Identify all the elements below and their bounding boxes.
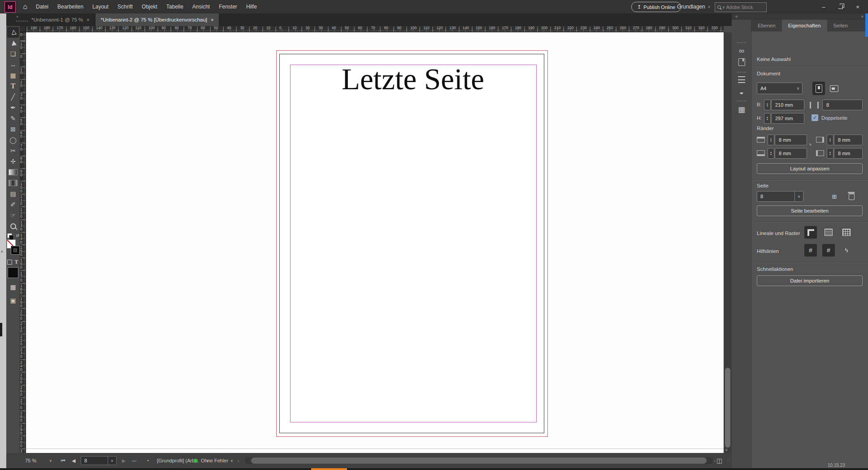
tab-close-icon[interactable]: × — [211, 17, 213, 22]
dock-grip-handle[interactable] — [737, 100, 746, 101]
spread-view-icon[interactable]: ◫ — [716, 457, 722, 464]
pages-panel-icon[interactable] — [732, 58, 751, 66]
document-grid-button[interactable] — [840, 226, 853, 239]
page-count-field[interactable]: 8 — [822, 100, 863, 110]
preflight-icon[interactable]: ◔ — [146, 453, 149, 468]
orientation-landscape-button[interactable] — [828, 82, 840, 95]
show-rulers-button[interactable] — [804, 226, 817, 239]
publish-online-button[interactable]: ↥ Publish Online — [631, 2, 681, 12]
direct-selection-tool[interactable]: ▶ — [7, 38, 19, 48]
margin-inside-stepper[interactable]: ▴▾ — [827, 148, 833, 159]
vertical-ruler[interactable]: 2 01 001 02 03 04 05 06 07 08 09 01 0 01… — [20, 32, 26, 453]
scroll-left-icon[interactable]: ‹ — [238, 453, 239, 468]
panel-tab-eigenschaften[interactable]: Eigenschaften — [782, 20, 827, 31]
gradient-feather-tool[interactable] — [7, 178, 19, 188]
facing-pages-checkbox[interactable]: ✓ — [812, 114, 818, 121]
tab-close-icon[interactable]: × — [87, 17, 89, 22]
page-text-frame[interactable]: Letzte Seite — [290, 62, 536, 96]
default-fill-stroke-icon[interactable] — [7, 233, 12, 238]
edit-page-button[interactable]: Seite bearbeiten — [757, 205, 863, 216]
previous-page-button[interactable]: ◀ — [72, 453, 75, 468]
dock-collapse-left-icon[interactable]: « — [735, 14, 738, 19]
first-page-button[interactable]: ⏮ — [61, 453, 65, 468]
width-stepper[interactable]: ▴▾ — [764, 100, 771, 110]
stroke-panel-icon[interactable] — [732, 76, 751, 83]
menu-fenster[interactable]: Fenster — [214, 4, 242, 10]
pencil-tool[interactable]: ✎ — [7, 113, 19, 124]
menu-hilfe[interactable]: Hilfe — [242, 4, 261, 10]
apply-color-button[interactable] — [8, 267, 18, 278]
width-field[interactable]: 210 mm — [771, 100, 804, 110]
workspace-switcher[interactable]: Grundlagen ∨ — [677, 0, 711, 13]
adjust-layout-button[interactable]: Layout anpassen — [757, 163, 863, 174]
zoom-tool[interactable] — [7, 221, 19, 231]
selection-tool[interactable]: ▷ — [7, 27, 19, 38]
menu-bearbeiten[interactable]: Bearbeiten — [53, 4, 88, 10]
page-number-combo[interactable]: 8 ∨ — [81, 456, 117, 465]
horizontal-scrollbar[interactable] — [245, 457, 713, 464]
show-guides-button[interactable]: # — [804, 244, 817, 257]
vertical-scrollbar-thumb[interactable] — [725, 368, 730, 448]
document-tab[interactable]: *Unbenannt-1 @ 75 %× — [26, 13, 95, 26]
scroll-down-icon[interactable]: ∨ — [725, 448, 728, 452]
next-page-button[interactable]: ▶ — [122, 453, 126, 468]
content-collector-tool[interactable]: ▦ — [7, 70, 19, 81]
error-status[interactable]: Ohne Fehler — [201, 453, 228, 468]
current-page-select[interactable]: 8 ∨ — [757, 191, 803, 202]
margin-top-stepper[interactable]: ▴▾ — [768, 135, 774, 145]
margin-bottom-field[interactable]: 8 mm — [775, 148, 807, 159]
margin-inside-field[interactable]: 8 mm — [834, 148, 863, 159]
orientation-portrait-button[interactable] — [812, 82, 825, 95]
height-stepper[interactable]: ▴▾ — [764, 113, 771, 124]
gradient-swatch-tool[interactable] — [7, 167, 19, 178]
panel-tab-seiten[interactable]: Seiten — [827, 20, 855, 31]
color-panel-icon[interactable]: ◒ — [732, 88, 751, 97]
baseline-grid-button[interactable] — [822, 226, 835, 239]
eyedropper-tool[interactable]: ✐ — [7, 199, 19, 210]
menu-tabelle[interactable]: Tabelle — [162, 4, 188, 10]
page-size-select[interactable]: A4 ∨ — [757, 83, 803, 94]
screen-mode-button[interactable]: ▩ — [7, 282, 19, 292]
zoom-level[interactable]: 75 % — [25, 453, 36, 468]
last-page-button[interactable]: ⏭ — [132, 453, 136, 468]
delete-page-button[interactable] — [846, 191, 857, 202]
lock-guides-button[interactable]: # — [822, 244, 835, 257]
ellipse-tool[interactable]: ◯ — [7, 135, 19, 145]
stroke-swatch[interactable] — [11, 246, 20, 255]
free-transform-tool[interactable]: ✢ — [7, 156, 19, 167]
dock-grip-handle[interactable] — [737, 42, 746, 43]
document-tab[interactable]: *Unbenannt-2 @ 75 % [Überdruckenvorschau… — [95, 13, 220, 26]
menu-schrift[interactable]: Schrift — [113, 4, 137, 10]
swap-fill-stroke-icon[interactable]: ⇄ — [16, 233, 19, 238]
zoom-chevron-icon[interactable]: ∨ — [49, 453, 52, 468]
page-tool[interactable]: ❏ — [7, 48, 19, 59]
menu-ansicht[interactable]: Ansicht — [188, 4, 214, 10]
minimize-button[interactable]: – — [815, 0, 832, 13]
formatting-container-button[interactable] — [7, 259, 13, 265]
margin-top-field[interactable]: 8 mm — [775, 135, 807, 145]
pen-tool[interactable]: ✒ — [7, 102, 19, 113]
horizontal-scrollbar-thumb[interactable] — [251, 457, 707, 464]
import-file-button[interactable]: Datei importieren — [757, 275, 863, 286]
pasteboard[interactable]: Letzte Seite — [26, 32, 724, 453]
margin-bottom-stepper[interactable]: ▴▾ — [768, 148, 774, 159]
link-margins-icon[interactable]: ⌁ — [807, 141, 814, 148]
vertical-scrollbar[interactable]: ∨ — [724, 32, 732, 453]
smart-guides-button[interactable]: ϟ — [840, 244, 853, 257]
restore-button[interactable] — [832, 0, 849, 13]
margin-outside-field[interactable]: 8 mm — [834, 135, 863, 145]
add-page-button[interactable]: ⊞ — [829, 191, 840, 202]
type-tool[interactable]: T — [7, 81, 19, 91]
gap-tool[interactable]: ↔ — [7, 59, 19, 70]
panel-tab-ebenen[interactable]: Ebenen — [751, 20, 782, 31]
preview-mode-button[interactable]: ▣ — [7, 295, 19, 306]
ruler-origin-corner[interactable] — [20, 26, 26, 32]
scroll-right-icon[interactable]: › — [714, 453, 716, 468]
menu-objekt[interactable]: Objekt — [137, 4, 162, 10]
swatches-panel-icon[interactable]: ▦ — [732, 105, 751, 114]
close-button[interactable]: × — [849, 0, 866, 13]
rectangle-frame-tool[interactable]: ⊠ — [7, 124, 19, 135]
dock-grip-handle[interactable] — [737, 72, 746, 73]
status-chevron-icon[interactable]: ∨ — [230, 453, 233, 468]
scissors-tool[interactable]: ✂ — [7, 145, 19, 156]
